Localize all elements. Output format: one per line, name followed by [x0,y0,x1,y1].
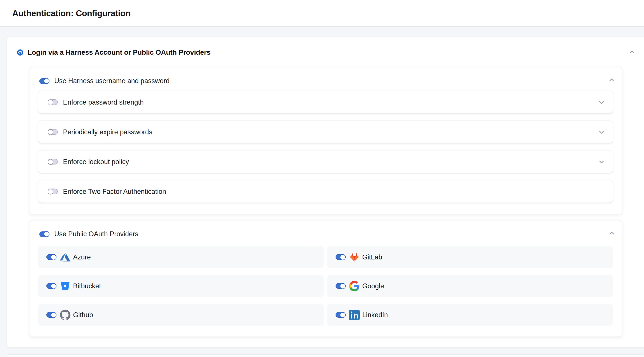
provider-label: Github [73,311,93,319]
toggle-knob [340,283,346,289]
linkedin-icon [349,310,360,320]
login-section-title: Login via a Harness Account or Public OA… [28,48,210,56]
next-card-edge [7,355,644,356]
provider-row-gitlab: GitLab [327,246,613,268]
row-label: Enforce Two Factor Authentication [63,188,166,195]
use-harness-username-password-toggle[interactable] [40,78,50,84]
username-password-card: Use Harness username and password Enforc… [30,67,622,214]
bitbucket-toggle[interactable] [46,283,56,289]
toggle-knob [340,312,346,318]
toggle-knob [51,283,56,289]
provider-row-github: Github [38,304,324,326]
toggle-knob [44,231,50,237]
username-password-header: Use Harness username and password [30,68,622,85]
bitbucket-icon [60,281,70,291]
google-icon [349,281,360,291]
password-policy-row: Enforce Two Factor Authentication [38,180,613,202]
gitlab-icon [349,252,360,262]
use-public-oauth-providers-toggle[interactable] [40,231,50,237]
azure-icon [60,252,70,262]
login-methods-card: Login via a Harness Account or Public OA… [7,37,644,348]
password-policy-row: Enforce password strength [38,91,613,113]
content-area: Login via a Harness Account or Public OA… [0,27,644,356]
toggle-knob [48,129,54,135]
toggle-knob [48,159,54,164]
toggle-knob [44,78,50,84]
username-password-label: Use Harness username and password [54,77,170,85]
provider-row-google: Google [327,275,613,297]
oauth-provider-grid: Azure [30,238,622,336]
github-toggle[interactable] [46,312,56,318]
toggle-knob [48,188,54,194]
login-method-radio[interactable] [17,50,23,56]
oauth-providers-card: Use Public OAuth Providers [30,220,622,337]
toggle-knob [51,312,56,318]
toggle-knob [340,254,346,260]
chevron-up-icon[interactable] [608,230,615,236]
chevron-down-icon[interactable] [598,99,604,105]
oauth-providers-label: Use Public OAuth Providers [54,230,138,238]
chevron-down-icon[interactable] [598,158,604,165]
enforce-password-strength-toggle[interactable] [48,99,58,105]
linkedin-toggle[interactable] [336,312,346,318]
azure-toggle[interactable] [46,254,56,260]
chevron-down-icon[interactable] [598,129,604,135]
row-label: Enforce password strength [63,98,144,106]
provider-row-azure: Azure [38,246,324,268]
provider-label: GitLab [362,253,382,261]
gitlab-toggle[interactable] [336,254,346,260]
authentication-configuration-page: Authentication: Configuration Login via … [0,0,644,357]
provider-label: Bitbucket [73,282,101,290]
password-policy-rows: Enforce password strength Periodically e… [30,85,622,214]
chevron-up-icon[interactable] [608,77,615,83]
periodically-expire-passwords-toggle[interactable] [48,129,58,135]
password-policy-row: Enforce lockout policy [38,150,613,173]
enforce-lockout-policy-toggle[interactable] [48,159,58,164]
provider-label: Azure [73,253,91,261]
login-section-header: Login via a Harness Account or Public OA… [7,37,644,56]
page-header: Authentication: Configuration [0,0,644,27]
chevron-up-icon[interactable] [629,49,635,55]
github-icon [60,310,70,320]
google-toggle[interactable] [336,283,346,289]
password-policy-row: Periodically expire passwords [38,121,613,143]
provider-label: LinkedIn [362,311,388,319]
provider-label: Google [362,282,384,290]
provider-row-bitbucket: Bitbucket [38,275,324,297]
row-label: Periodically expire passwords [63,128,152,136]
oauth-providers-header: Use Public OAuth Providers [30,220,622,238]
row-label: Enforce lockout policy [63,158,129,166]
radio-dot [19,52,21,54]
provider-row-linkedin: LinkedIn [327,304,613,326]
toggle-knob [48,99,54,105]
enforce-two-factor-authentication-toggle[interactable] [48,188,58,194]
page-title: Authentication: Configuration [12,8,130,18]
toggle-knob [51,254,56,260]
